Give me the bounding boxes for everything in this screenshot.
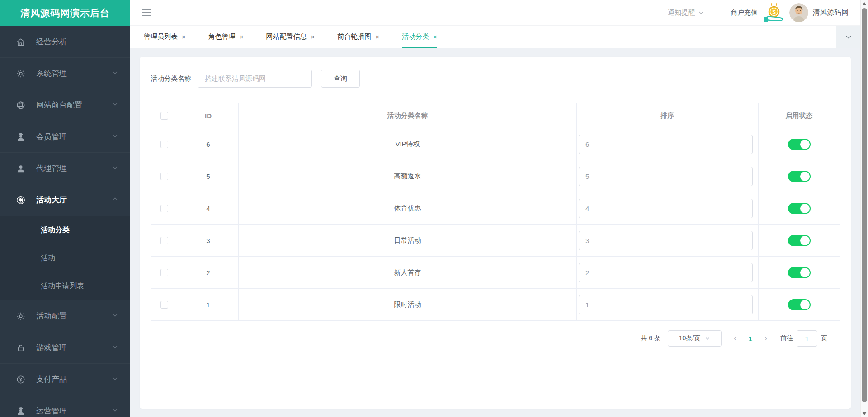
row-name-cell: 限时活动 [239,289,577,321]
row-checkbox[interactable] [160,205,168,212]
sidebar-subitem-5-0[interactable]: 活动分类 [0,216,130,244]
goto-label: 前往 [780,334,793,342]
row-checkbox-cell [151,257,178,289]
sidebar-item-1[interactable]: 系统管理 [0,58,130,89]
enable-toggle[interactable] [788,139,811,150]
tab-close-icon[interactable]: × [433,33,437,40]
tab-4[interactable]: 活动分类× [402,26,437,48]
sidebar-subitem-5-1[interactable]: 活动 [0,244,130,272]
svg-text:$: $ [772,9,776,15]
table-row-0: 6VIP特权 [151,128,840,160]
row-checkbox[interactable] [160,173,168,180]
row-sort-cell [577,289,759,321]
user-avatar[interactable] [789,3,808,22]
table-body: 6VIP特权5高额返水4体育优惠3日常活动2新人首存1限时活动 [151,128,840,321]
table-row-4: 2新人首存 [151,257,840,289]
table-row-1: 5高额返水 [151,160,840,192]
merchant-recharge-link[interactable]: 商户充值 [731,9,758,17]
chevron-down-icon [112,132,118,141]
yen-icon [15,374,26,385]
row-checkbox[interactable] [160,269,168,276]
table-row-2: 4体育优惠 [151,192,840,225]
prev-page-button[interactable]: ‹ [727,334,743,343]
row-checkbox[interactable] [160,301,168,309]
table-header-row: ID 活动分类名称 排序 启用状态 [151,103,840,128]
row-id-cell: 6 [178,128,239,160]
query-button[interactable]: 查询 [321,70,360,88]
row-id-cell: 5 [178,160,239,192]
enable-toggle[interactable] [788,267,811,278]
search-row: 活动分类名称 查询 [151,70,840,88]
tabbar: 管理员列表×角色管理×网站配置信息×前台轮播图×活动分类× [130,25,860,48]
sidebar-item-3[interactable]: 会员管理 [0,121,130,153]
scroll-down-arrow-icon[interactable] [862,412,867,415]
sidebar-item-0[interactable]: 经营分析 [0,26,130,58]
category-table: ID 活动分类名称 排序 启用状态 6VIP特权5高额返水4体育优惠3日常活动2… [151,103,840,321]
sidebar-item-7[interactable]: 游戏管理 [0,332,130,364]
enable-toggle[interactable] [788,235,811,246]
goto-page-input[interactable] [797,330,817,347]
page-size-select[interactable]: 10条/页 [668,330,722,347]
row-checkbox-cell [151,289,178,321]
next-page-button[interactable]: › [758,334,774,343]
row-id-cell: 1 [178,289,239,321]
row-id-cell: 4 [178,192,239,225]
enable-toggle[interactable] [788,203,811,214]
sort-input[interactable] [579,167,753,186]
tab-1[interactable]: 角色管理× [208,26,244,48]
tabs-container: 管理员列表×角色管理×网站配置信息×前台轮播图×活动分类× [144,26,460,48]
sidebar-subitem-5-2[interactable]: 活动申请列表 [0,272,130,300]
tab-close-icon[interactable]: × [240,33,244,40]
tab-2[interactable]: 网站配置信息× [266,26,315,48]
enable-toggle[interactable] [788,299,811,310]
tab-3[interactable]: 前台轮播图× [337,26,379,48]
search-input[interactable] [198,70,312,88]
sidebar: 清风源码网演示后台 经营分析系统管理网站前台配置会员管理代理管理活动大厅活动分类… [0,0,130,417]
tab-label: 管理员列表 [144,33,178,41]
sort-input[interactable] [579,199,753,218]
row-checkbox[interactable] [160,141,168,148]
row-name-cell: 新人首存 [239,257,577,289]
sort-input[interactable] [579,231,753,250]
sidebar-item-2[interactable]: 网站前台配置 [0,89,130,121]
sort-input[interactable] [579,135,753,154]
select-all-checkbox[interactable] [160,112,168,120]
sort-input[interactable] [579,263,753,282]
sidebar-item-8[interactable]: 支付产品 [0,364,130,395]
row-checkbox-cell [151,128,178,160]
tab-close-icon[interactable]: × [375,33,379,40]
tab-0[interactable]: 管理员列表× [144,26,186,48]
sidebar-item-9[interactable]: 运营管理 [0,395,130,417]
home-icon [15,37,26,47]
chevron-down-icon [112,312,118,320]
hamburger-menu-icon[interactable] [142,9,151,16]
sort-input[interactable] [579,295,753,314]
row-status-cell [759,289,840,321]
column-header-id: ID [178,103,239,128]
row-checkbox[interactable] [160,237,168,244]
row-status-cell [759,257,840,289]
current-page-number[interactable]: 1 [743,335,758,342]
scrollbar-thumb[interactable] [862,8,867,402]
notice-dropdown[interactable]: 通知提醒 [668,9,704,17]
vertical-scrollbar [860,0,868,417]
tab-close-icon[interactable]: × [182,33,186,40]
sidebar-item-5[interactable]: 活动大厅 [0,184,130,216]
sidebar-item-label: 会员管理 [36,131,112,142]
chevron-down-icon [112,164,118,173]
tab-label: 角色管理 [208,33,236,41]
sidebar-item-label: 游戏管理 [36,342,112,353]
scroll-up-arrow-icon[interactable] [862,2,867,5]
gear-icon [15,311,26,322]
sidebar-item-label: 经营分析 [36,37,118,47]
tab-close-icon[interactable]: × [311,33,315,40]
row-sort-cell [577,257,759,289]
tab-overflow-button[interactable] [836,26,860,48]
username-label[interactable]: 清风源码网 [812,8,849,18]
enable-toggle[interactable] [788,171,811,182]
member-icon [15,131,26,142]
tab-label: 活动分类 [402,33,429,41]
sidebar-item-6[interactable]: 活动配置 [0,300,130,332]
coin-hand-icon[interactable]: $ [761,2,787,23]
sidebar-item-4[interactable]: 代理管理 [0,153,130,184]
